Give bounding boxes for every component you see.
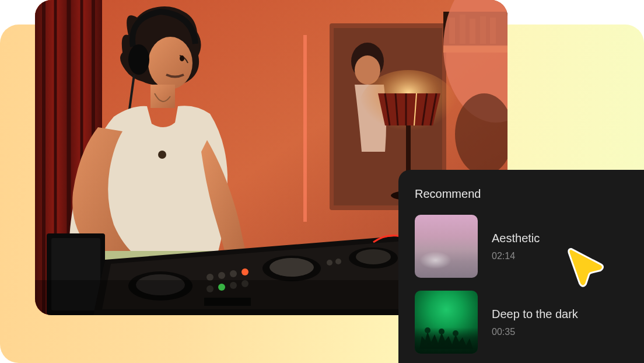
track-duration: 02:14 xyxy=(492,251,540,261)
svg-point-31 xyxy=(128,44,149,75)
track-item[interactable]: Deep to the dark 00:35 xyxy=(415,291,628,354)
svg-point-43 xyxy=(206,274,214,281)
track-info: Aesthetic 02:14 xyxy=(492,232,540,261)
recommend-heading: Recommend xyxy=(415,187,628,201)
svg-rect-32 xyxy=(150,85,175,108)
track-thumbnail xyxy=(415,215,478,278)
svg-point-29 xyxy=(148,37,192,89)
svg-point-51 xyxy=(327,260,332,266)
track-item[interactable]: Aesthetic 02:14 xyxy=(415,215,628,278)
svg-point-30 xyxy=(180,55,184,61)
svg-point-33 xyxy=(158,151,166,159)
track-info: Deep to the dark 00:35 xyxy=(492,308,578,337)
svg-point-46 xyxy=(242,268,249,275)
svg-point-57 xyxy=(439,329,444,334)
recommend-panel: Recommend Aesthetic 02:14 Deep to the da… xyxy=(398,170,644,363)
track-duration: 00:35 xyxy=(492,327,578,337)
svg-point-42 xyxy=(356,249,391,264)
track-title: Aesthetic xyxy=(492,232,540,245)
svg-point-44 xyxy=(218,272,225,279)
svg-point-45 xyxy=(230,270,237,277)
track-title: Deep to the dark xyxy=(492,308,578,321)
svg-point-58 xyxy=(453,330,459,336)
svg-rect-28 xyxy=(303,35,307,222)
track-thumbnail xyxy=(415,291,478,354)
svg-point-56 xyxy=(425,327,430,333)
svg-point-40 xyxy=(270,258,314,277)
svg-point-52 xyxy=(335,259,341,264)
